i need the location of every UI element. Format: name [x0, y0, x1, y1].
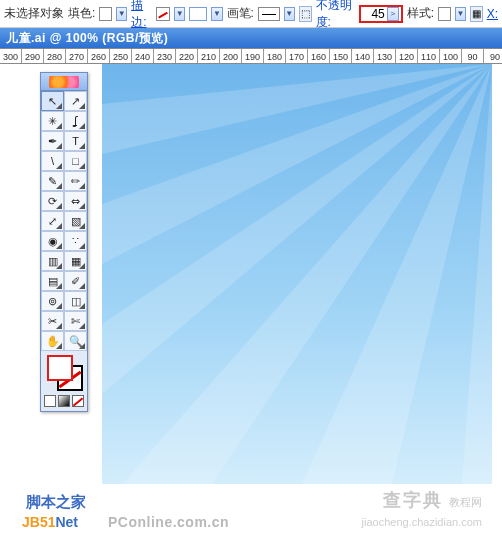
ruler-tick: 200 — [220, 49, 242, 63]
pencil-tool[interactable]: ✏ — [64, 171, 87, 191]
direct-select-tool[interactable]: ↗ — [64, 91, 87, 111]
scissors-tool[interactable]: ✄ — [64, 311, 87, 331]
ruler-tick: 110 — [418, 49, 440, 63]
slice-tool[interactable]: ✂ — [41, 311, 64, 331]
symbol-sprayer-tool[interactable]: ∵ — [64, 231, 87, 251]
style-label: 样式: — [407, 5, 434, 22]
color-mode-gradient[interactable] — [58, 395, 70, 407]
watermark-jb-en: JB51Net — [22, 514, 78, 530]
mesh-tool[interactable]: ▦ — [64, 251, 87, 271]
options-bar: 未选择对象 填色: 描边: 画笔: ⬚ 不透明度: > 样式: ▦ X: — [0, 0, 502, 28]
work-area: ↖↗✳ʆ✒T\□✎✏⟳⇔⤢▧◉∵▥▦▤✐⊚◫✂✄✋🔍 脚本之家 JB51Net — [0, 64, 502, 534]
ruler-tick: 290 — [22, 49, 44, 63]
ruler-tick: 280 — [44, 49, 66, 63]
watermark-chazidian: 查字典教程网 — [383, 488, 482, 512]
ruler-tick: 140 — [352, 49, 374, 63]
stroke-swatch[interactable] — [156, 7, 170, 21]
color-mode-row — [41, 393, 87, 411]
color-mode-none[interactable] — [72, 395, 84, 407]
ruler-tick: 90 — [462, 49, 484, 63]
stroke-weight-dropdown[interactable] — [211, 7, 222, 21]
style-swatch[interactable] — [438, 7, 451, 21]
lasso-tool[interactable]: ʆ — [64, 111, 87, 131]
tool-grid: ↖↗✳ʆ✒T\□✎✏⟳⇔⤢▧◉∵▥▦▤✐⊚◫✂✄✋🔍 — [41, 91, 87, 351]
ruler-tick: 300 — [0, 49, 22, 63]
ruler-tick: 260 — [88, 49, 110, 63]
fill-label: 填色: — [68, 5, 95, 22]
watermark-chazidian-url: jiaocheng.chazidian.com — [362, 516, 482, 528]
style-dropdown[interactable] — [455, 7, 466, 21]
brush-options-icon[interactable]: ⬚ — [299, 6, 312, 22]
ruler-right-value: 90 — [490, 49, 500, 64]
brush-preview[interactable] — [258, 7, 280, 21]
fill-swatch[interactable] — [99, 7, 112, 21]
opacity-label: 不透明度: — [316, 0, 355, 31]
ruler-tick: 170 — [286, 49, 308, 63]
graph-tool[interactable]: ▥ — [41, 251, 64, 271]
ruler-tick: 160 — [308, 49, 330, 63]
gradient-tool[interactable]: ▤ — [41, 271, 64, 291]
opacity-field-highlight: > — [359, 5, 403, 23]
ruler-tick: 190 — [242, 49, 264, 63]
watermark-jb-cn: 脚本之家 — [26, 493, 86, 512]
line-tool[interactable]: \ — [41, 151, 64, 171]
ruler-tick: 250 — [110, 49, 132, 63]
fill-stroke-block — [41, 351, 87, 393]
style-options-icon[interactable]: ▦ — [470, 6, 483, 22]
extra-link[interactable]: X: — [487, 7, 498, 21]
hand-tool[interactable]: ✋ — [41, 331, 64, 351]
magic-wand-tool[interactable]: ✳ — [41, 111, 64, 131]
brush-dropdown[interactable] — [284, 7, 295, 21]
ruler-tick: 120 — [396, 49, 418, 63]
fill-dropdown[interactable] — [116, 7, 127, 21]
ruler-tick: 220 — [176, 49, 198, 63]
blend-tool[interactable]: ⊚ — [41, 291, 64, 311]
rotate-tool[interactable]: ⟳ — [41, 191, 64, 211]
ruler-tick: 150 — [330, 49, 352, 63]
rectangle-tool[interactable]: □ — [64, 151, 87, 171]
ruler-tick: 270 — [66, 49, 88, 63]
ruler-tick: 210 — [198, 49, 220, 63]
fill-indicator-highlight[interactable] — [47, 355, 73, 381]
type-tool[interactable]: T — [64, 131, 87, 151]
horizontal-ruler[interactable]: 3002902802702602502402302202102001901801… — [0, 48, 502, 64]
color-mode-solid[interactable] — [44, 395, 56, 407]
toolbox-panel: ↖↗✳ʆ✒T\□✎✏⟳⇔⤢▧◉∵▥▦▤✐⊚◫✂✄✋🔍 — [40, 72, 88, 412]
zoom-tool[interactable]: 🔍 — [64, 331, 87, 351]
ruler-tick: 230 — [154, 49, 176, 63]
ruler-tick: 130 — [374, 49, 396, 63]
document-title-bar: 儿童.ai @ 100% (RGB/预览) — [0, 28, 502, 48]
brush-label: 画笔: — [227, 5, 254, 22]
ruler-ticks: 3002902802702602502402302202102001901801… — [0, 49, 502, 63]
ruler-tick: 100 — [440, 49, 462, 63]
opacity-flyout-icon[interactable]: > — [387, 7, 399, 21]
scale-tool[interactable]: ⤢ — [41, 211, 64, 231]
ruler-tick: 240 — [132, 49, 154, 63]
rays-artwork — [102, 64, 492, 484]
selection-tool[interactable]: ↖ — [41, 91, 64, 111]
pen-tool[interactable]: ✒ — [41, 131, 64, 151]
watermark-pconline: PConline.com.cn — [108, 514, 229, 530]
opacity-input[interactable] — [363, 7, 385, 21]
warp-tool[interactable]: ◉ — [41, 231, 64, 251]
eyedropper-tool[interactable]: ✐ — [64, 271, 87, 291]
toolbox-header-icon[interactable] — [41, 73, 87, 91]
stroke-link[interactable]: 描边: — [131, 0, 152, 31]
document-canvas[interactable] — [102, 64, 492, 484]
no-selection-label: 未选择对象 — [4, 5, 64, 22]
stroke-dropdown[interactable] — [174, 7, 185, 21]
stroke-weight-input[interactable] — [189, 7, 207, 21]
reflect-tool[interactable]: ⇔ — [64, 191, 87, 211]
free-transform-tool[interactable]: ▧ — [64, 211, 87, 231]
ruler-tick: 180 — [264, 49, 286, 63]
paintbrush-tool[interactable]: ✎ — [41, 171, 64, 191]
live-paint-tool[interactable]: ◫ — [64, 291, 87, 311]
